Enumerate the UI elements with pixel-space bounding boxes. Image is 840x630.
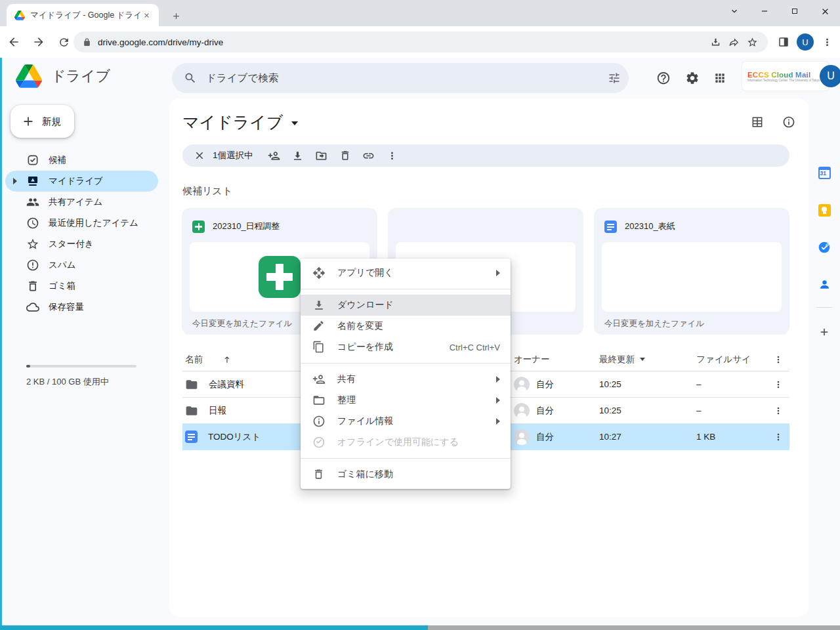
menu-item-organize[interactable]: 整理 <box>301 390 511 411</box>
tab-search-icon[interactable] <box>719 0 749 22</box>
window-maximize-button[interactable] <box>780 0 810 22</box>
sheets-file-icon <box>192 220 205 233</box>
address-bar[interactable]: drive.google.com/drive/my-drive <box>74 32 768 52</box>
install-app-icon[interactable] <box>706 33 724 51</box>
tab-close-icon[interactable] <box>140 9 152 21</box>
table-header-more-icon[interactable] <box>767 354 789 365</box>
new-tab-button[interactable] <box>168 8 184 24</box>
more-actions-icon[interactable] <box>381 146 404 165</box>
drive-app-name: ドライブ <box>51 66 110 86</box>
menu-item-make-copy[interactable]: コピーを作成 Ctrl+C Ctrl+V <box>301 337 511 358</box>
trash-icon[interactable] <box>333 146 357 165</box>
owner-avatar <box>514 403 530 419</box>
menu-item-open-with[interactable]: アプリで開く <box>301 262 511 284</box>
search-input[interactable]: ドライブで検索 <box>172 63 629 93</box>
file-size: 1 KB <box>696 432 767 442</box>
settings-gear-icon[interactable] <box>679 65 705 91</box>
file-size: – <box>696 406 767 415</box>
screen-edge-bottom <box>0 625 840 630</box>
menu-item-label: オフラインで使用可能にする <box>337 436 500 448</box>
expand-caret-icon[interactable] <box>13 178 17 184</box>
sidebar-item-spam[interactable]: スパム <box>5 255 158 276</box>
help-icon[interactable] <box>650 65 677 91</box>
owner-avatar <box>514 429 530 445</box>
url-text[interactable]: drive.google.com/drive/my-drive <box>98 37 706 47</box>
owner-name: 自分 <box>536 379 554 390</box>
menu-item-label: アプリで開く <box>337 267 496 279</box>
download-icon[interactable] <box>286 146 310 165</box>
menu-item-label: ファイル情報 <box>337 415 496 427</box>
column-modified-header[interactable]: 最終更新 <box>599 354 696 366</box>
suggested-section-label: 候補リスト <box>182 185 232 198</box>
info-icon <box>312 415 326 428</box>
search-icon[interactable] <box>184 72 197 85</box>
menu-item-download[interactable]: ダウンロード <box>301 295 511 316</box>
apps-grid-icon[interactable] <box>707 65 733 91</box>
card-footer: 今日変更を加えたファイル <box>192 318 292 329</box>
row-more-icon[interactable] <box>767 379 789 390</box>
grid-view-icon[interactable] <box>751 116 764 129</box>
page-title[interactable]: マイドライブ <box>182 112 284 133</box>
sidebar-item-shared[interactable]: 共有アイテム <box>5 192 158 213</box>
sidebar-item-starred[interactable]: スター付き <box>5 234 158 255</box>
column-size-header[interactable]: ファイルサイ <box>696 354 767 366</box>
modified-time: 10:25 <box>599 406 696 415</box>
menu-item-rename[interactable]: 名前を変更 <box>301 316 511 337</box>
sidebar-item-recent[interactable]: 最近使用したアイテム <box>5 213 158 234</box>
sort-ascending-icon[interactable] <box>222 355 232 364</box>
storage-progress-bar <box>26 365 136 368</box>
folder-open-icon <box>312 394 326 407</box>
forward-button[interactable] <box>28 31 50 53</box>
drive-header: ドライブ ドライブで検索 EC <box>0 58 840 98</box>
reload-button[interactable] <box>52 31 75 53</box>
suggested-card-doc[interactable]: 202310_表紙 今日変更を加えたファイル <box>594 208 789 335</box>
account-badge[interactable]: ECCS Cloud Mail Information Technology C… <box>742 62 829 91</box>
details-info-icon[interactable] <box>782 116 795 129</box>
copy-icon <box>312 341 326 354</box>
new-button[interactable]: 新規 <box>10 105 74 138</box>
drive-logo-icon[interactable] <box>16 64 42 88</box>
side-panel-icon[interactable] <box>774 33 793 51</box>
window-close-button[interactable] <box>810 0 840 22</box>
card-preview[interactable] <box>602 242 782 312</box>
modified-time: 10:27 <box>599 432 696 442</box>
sidebar-item-storage[interactable]: 保存容量 <box>5 297 158 318</box>
bookmark-star-icon[interactable] <box>743 33 761 51</box>
menu-item-share[interactable]: 共有 <box>301 369 511 390</box>
back-button[interactable] <box>3 31 25 53</box>
calendar-icon[interactable]: 31 <box>813 161 835 184</box>
clear-selection-icon[interactable] <box>188 146 211 165</box>
browser-tab[interactable]: マイドライブ - Google ドライブ <box>7 4 159 26</box>
lock-icon[interactable] <box>83 38 91 47</box>
column-name-header[interactable]: 名前 <box>185 354 203 366</box>
share-person-add-icon[interactable] <box>262 146 286 165</box>
download-icon <box>312 299 326 312</box>
column-owner-header[interactable]: オーナー <box>514 354 599 366</box>
owner-avatar <box>514 377 530 392</box>
window-minimize-button[interactable] <box>749 0 780 22</box>
browser-profile-avatar[interactable]: U <box>797 33 814 51</box>
menu-item-file-info[interactable]: ファイル情報 <box>301 411 511 432</box>
account-avatar[interactable]: U <box>820 65 840 87</box>
row-more-icon[interactable] <box>767 432 789 442</box>
sidebar-item-suggested[interactable]: 候補 <box>5 150 158 171</box>
keep-icon[interactable] <box>813 199 835 221</box>
share-icon[interactable] <box>724 33 743 51</box>
contacts-icon[interactable] <box>813 273 835 295</box>
sidebar-item-trash[interactable]: ゴミ箱 <box>5 276 158 297</box>
sidebar-item-my-drive[interactable]: マイドライブ <box>5 171 158 192</box>
folder-icon <box>185 378 198 391</box>
row-more-icon[interactable] <box>767 406 789 416</box>
trash-icon <box>26 280 39 293</box>
copy-link-icon[interactable] <box>357 146 381 165</box>
move-to-folder-icon[interactable] <box>310 146 333 165</box>
file-name: 会議資料 <box>209 379 244 390</box>
title-dropdown-caret-icon[interactable] <box>291 121 298 125</box>
tasks-icon[interactable] <box>813 236 835 259</box>
sidebar-item-label: 保存容量 <box>49 301 84 313</box>
search-options-icon[interactable] <box>608 72 621 85</box>
get-add-ons-icon[interactable] <box>813 321 835 343</box>
screen-edge-left <box>0 58 2 625</box>
menu-item-move-to-trash[interactable]: ゴミ箱に移動 <box>301 464 511 485</box>
browser-menu-icon[interactable] <box>818 33 836 51</box>
